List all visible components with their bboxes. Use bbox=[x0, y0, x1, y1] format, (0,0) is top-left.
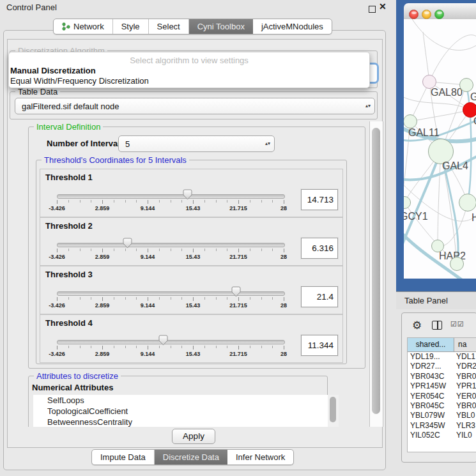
threshold-slider-handle[interactable] bbox=[123, 238, 132, 249]
tick-label: 28 bbox=[280, 302, 287, 309]
tick-label: 21.715 bbox=[229, 254, 247, 260]
numerical-attributes-list[interactable]: SelfLoopsTopologicalCoefficientBetweenne… bbox=[33, 395, 328, 427]
cell-name[interactable]: YPR1 bbox=[454, 381, 476, 391]
tab-infer-network[interactable]: Infer Network bbox=[227, 450, 293, 464]
table-row[interactable]: YER054CYER0 bbox=[408, 392, 476, 401]
column-header-shared-name[interactable]: shared... bbox=[408, 338, 454, 351]
minor-tick bbox=[216, 249, 217, 251]
attributes-scrollbar-thumb[interactable] bbox=[330, 397, 336, 422]
table-row[interactable]: YBL079WYBL0 bbox=[408, 411, 476, 420]
threshold-slider-track[interactable] bbox=[57, 243, 285, 247]
minor-tick bbox=[136, 297, 137, 300]
cell-shared-name[interactable]: YLR345W bbox=[408, 421, 454, 431]
menu-item-manual-discretization[interactable]: Manual Discretization bbox=[10, 66, 96, 75]
tick-label: 21.715 bbox=[229, 302, 247, 309]
network-node-gal11[interactable] bbox=[404, 114, 417, 128]
threshold-slider-handle[interactable] bbox=[183, 189, 192, 200]
tab-impute-data[interactable]: Impute Data bbox=[92, 450, 155, 464]
attribute-list-item[interactable]: TopologicalCoefficient bbox=[33, 406, 328, 417]
gear-icon[interactable]: ⚙ bbox=[412, 319, 422, 332]
column-layout-icon[interactable] bbox=[432, 321, 442, 330]
minor-tick bbox=[250, 297, 250, 300]
cell-shared-name[interactable]: YBR045C bbox=[408, 401, 454, 411]
cell-name[interactable]: YER0 bbox=[454, 392, 476, 401]
cell-name[interactable]: YDR2 bbox=[454, 362, 476, 371]
float-window-icon[interactable] bbox=[369, 6, 376, 13]
minor-tick bbox=[80, 346, 81, 348]
cell-name[interactable]: YBL0 bbox=[454, 411, 476, 420]
minor-tick bbox=[250, 249, 250, 251]
cell-shared-name[interactable]: YDR27... bbox=[408, 362, 454, 371]
major-tick bbox=[148, 297, 148, 301]
cell-shared-name[interactable]: YPR145W bbox=[408, 381, 454, 391]
menu-item-equal-width-frequency[interactable]: Equal Width/Frequency Discretization bbox=[10, 76, 149, 86]
threshold-value-field[interactable]: 14.713 bbox=[301, 189, 338, 210]
cell-shared-name[interactable]: YBR043C bbox=[408, 372, 454, 381]
apply-button[interactable]: Apply bbox=[172, 429, 215, 444]
threshold-slider-track[interactable] bbox=[57, 194, 285, 199]
minor-tick bbox=[227, 249, 227, 251]
minor-tick bbox=[114, 297, 114, 300]
cell-shared-name[interactable]: YBL079W bbox=[408, 411, 454, 420]
node-attribute-table[interactable]: shared... na YDL19...YDL1YDR27...YDR2YBR… bbox=[407, 337, 476, 452]
table-row[interactable]: YIL052CYIL0 bbox=[408, 431, 476, 440]
threshold-value-field[interactable]: 21.4 bbox=[301, 286, 338, 307]
threshold-row: Threshold 2-3.4262.8599.14415.4321.71528… bbox=[40, 217, 343, 266]
cell-name[interactable]: YDL1 bbox=[454, 352, 476, 362]
cell-name[interactable]: YBR0 bbox=[454, 401, 476, 411]
cell-name[interactable]: YLR3 bbox=[454, 421, 476, 431]
tab-network[interactable]: Network bbox=[54, 19, 113, 34]
major-tick bbox=[148, 346, 148, 349]
slider-ticks: -3.4262.8599.14415.4321.71528 bbox=[57, 249, 284, 263]
cell-shared-name[interactable]: YER054C bbox=[408, 392, 454, 401]
network-node-ga[interactable] bbox=[459, 78, 473, 92]
tick-label: 15.43 bbox=[186, 302, 201, 309]
minimize-traffic-light[interactable] bbox=[422, 10, 431, 19]
network-node[interactable] bbox=[450, 257, 464, 271]
threshold-slider-handle[interactable] bbox=[231, 286, 241, 297]
attributes-list-scrollbar[interactable] bbox=[328, 395, 339, 427]
cell-shared-name[interactable]: YIL052C bbox=[408, 431, 454, 440]
attribute-list-item[interactable]: SelfLoops bbox=[33, 395, 328, 406]
table-row[interactable]: YLR345WYLR3 bbox=[408, 421, 476, 431]
tab-select[interactable]: Select bbox=[149, 19, 189, 34]
network-window-titlebar[interactable] bbox=[404, 3, 476, 20]
table-row[interactable]: YBR043CYBR0 bbox=[408, 372, 476, 381]
main-scrollbar-thumb[interactable] bbox=[372, 128, 380, 414]
threshold-slider-track[interactable] bbox=[57, 340, 285, 344]
table-row[interactable]: YDL19...YDL1 bbox=[408, 352, 476, 362]
cell-name[interactable]: YBR0 bbox=[454, 372, 476, 381]
tab-jactivemnodules[interactable]: jActiveMNodules bbox=[253, 19, 332, 34]
tick-label: -3.426 bbox=[49, 302, 65, 309]
table-data-combobox[interactable]: galFiltered.sif default node ▴▾ bbox=[15, 98, 375, 114]
minor-tick bbox=[171, 346, 171, 348]
cell-name[interactable]: YIL0 bbox=[454, 431, 476, 440]
checkbox-icons[interactable]: ☑☑ bbox=[450, 320, 464, 328]
minor-tick bbox=[91, 249, 91, 251]
table-data-selected-value: galFiltered.sif default node bbox=[15, 102, 362, 111]
threshold-slider-handle[interactable] bbox=[158, 335, 168, 346]
cell-shared-name[interactable]: YDL19... bbox=[408, 352, 454, 362]
threshold-value-field[interactable]: 11.344 bbox=[301, 335, 338, 356]
tab-style[interactable]: Style bbox=[113, 19, 149, 34]
main-scrollbar-track[interactable] bbox=[369, 121, 383, 427]
table-row[interactable]: YBR045CYBR0 bbox=[408, 401, 476, 411]
minor-tick bbox=[216, 297, 217, 300]
threshold-value-field[interactable]: 6.316 bbox=[301, 238, 338, 259]
tick-label: -3.426 bbox=[49, 351, 65, 357]
close-traffic-light[interactable] bbox=[409, 10, 418, 19]
tab-discretize-data[interactable]: Discretize Data bbox=[155, 450, 227, 464]
tab-cyni-toolbox[interactable]: Cyni Toolbox bbox=[189, 19, 253, 34]
column-header-name[interactable]: na bbox=[454, 338, 476, 351]
tick-label: 9.144 bbox=[141, 254, 155, 260]
network-canvas[interactable]: GAL80GACGAL11GAL4GCY1HHAP2 bbox=[404, 19, 476, 279]
minor-tick bbox=[272, 346, 273, 348]
threshold-slider-track[interactable] bbox=[57, 291, 285, 296]
number-of-intervals-combobox[interactable]: 5 ▴▾ bbox=[118, 135, 275, 152]
attribute-list-item[interactable]: BetweennessCentrality bbox=[33, 417, 328, 427]
table-row[interactable]: YDR27...YDR2 bbox=[408, 362, 476, 371]
table-row[interactable]: YPR145WYPR1 bbox=[408, 381, 476, 391]
zoom-traffic-light[interactable] bbox=[434, 10, 444, 19]
close-icon[interactable]: ✕ bbox=[379, 1, 387, 12]
network-node-h[interactable] bbox=[459, 194, 476, 211]
